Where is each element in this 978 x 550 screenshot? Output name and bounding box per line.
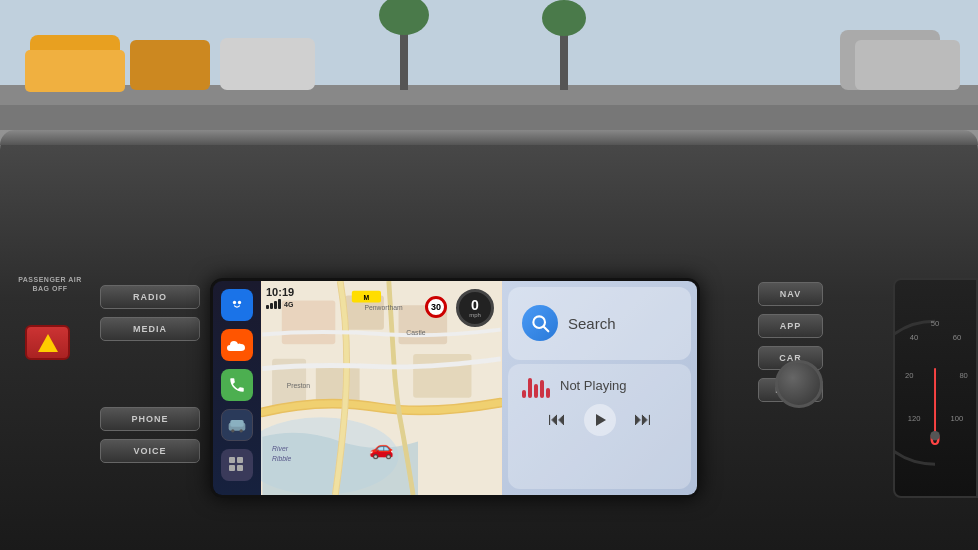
- signal-bar-2: [270, 303, 273, 309]
- svg-point-16: [233, 301, 236, 304]
- svg-text:Castle: Castle: [406, 329, 425, 336]
- svg-line-42: [544, 327, 549, 332]
- svg-text:M: M: [364, 294, 370, 301]
- signal-bars: [266, 299, 281, 309]
- svg-rect-3: [25, 50, 125, 92]
- svg-text:80: 80: [959, 371, 967, 380]
- speed-unit: mph: [469, 312, 481, 318]
- svg-rect-32: [316, 364, 360, 403]
- clock: 10:19: [266, 286, 294, 298]
- media-button[interactable]: MEDIA: [100, 317, 200, 341]
- svg-rect-24: [229, 465, 235, 471]
- nav-button[interactable]: NAV: [758, 282, 823, 306]
- svg-text:60: 60: [953, 333, 961, 342]
- phone-button[interactable]: PHONE: [100, 407, 200, 431]
- search-widget[interactable]: Search: [508, 287, 691, 360]
- dash-trim: [0, 130, 978, 145]
- music-bars-icon: [522, 374, 550, 398]
- airbag-label: PASSENGER AIR BAG OFF: [15, 275, 85, 293]
- svg-rect-22: [229, 457, 235, 463]
- music-bar-5: [546, 388, 550, 398]
- svg-rect-23: [237, 457, 243, 463]
- network-type: 4G: [284, 301, 293, 308]
- voice-button[interactable]: VOICE: [100, 439, 200, 463]
- svg-rect-33: [413, 354, 471, 398]
- signal-bar-4: [278, 299, 281, 309]
- svg-rect-5: [220, 38, 315, 90]
- svg-text:40: 40: [910, 333, 918, 342]
- svg-text:50: 50: [931, 319, 939, 328]
- music-widget: Not Playing ⏮ ⏭: [508, 364, 691, 489]
- music-status: Not Playing: [560, 378, 626, 393]
- svg-point-20: [231, 429, 234, 432]
- svg-rect-12: [0, 105, 978, 130]
- svg-text:Ribble: Ribble: [272, 455, 291, 462]
- music-icon-area: Not Playing: [522, 374, 677, 398]
- speed-indicator: 0 mph: [456, 289, 494, 327]
- volume-knob-right[interactable]: [775, 360, 823, 408]
- svg-point-11: [542, 0, 586, 36]
- speed-limit-sign: 30: [425, 296, 447, 318]
- signal-indicator: 4G: [266, 299, 294, 309]
- hazard-button[interactable]: [25, 325, 70, 360]
- svg-point-53: [930, 431, 940, 441]
- radio-button[interactable]: RADIO: [100, 285, 200, 309]
- carplay-icon[interactable]: [221, 409, 253, 441]
- hazard-icon: [38, 334, 58, 352]
- music-bar-4: [540, 380, 544, 398]
- svg-text:100: 100: [951, 414, 964, 423]
- search-icon-circle: [522, 305, 558, 341]
- carplay-right-panel: Search Not Playing: [502, 281, 697, 495]
- left-control-panel: RADIO MEDIA PHONE VOICE: [100, 285, 200, 463]
- fast-forward-button[interactable]: ⏭: [634, 409, 652, 430]
- music-bar-2: [528, 378, 532, 398]
- search-label: Search: [568, 315, 616, 332]
- rewind-button[interactable]: ⏮: [548, 409, 566, 430]
- svg-point-21: [240, 429, 243, 432]
- svg-text:20: 20: [905, 371, 913, 380]
- svg-rect-19: [230, 420, 243, 427]
- svg-text:Penwortham: Penwortham: [364, 304, 402, 311]
- svg-point-17: [238, 301, 241, 304]
- svg-text:River: River: [272, 445, 289, 452]
- status-bar: 10:19 4G: [266, 286, 294, 309]
- app-sidebar: [213, 281, 261, 495]
- car-position-marker: 🚗: [369, 436, 394, 460]
- music-bar-3: [534, 384, 538, 398]
- car-interior: PASSENGER AIR BAG OFF RADIO MEDIA PHONE …: [0, 0, 978, 550]
- svg-rect-4: [130, 40, 210, 90]
- waze-app-icon[interactable]: [221, 289, 253, 321]
- screen-content: Preston Penwortham Castle River Ribble M…: [213, 281, 697, 495]
- svg-rect-7: [855, 40, 960, 90]
- svg-marker-43: [596, 414, 606, 426]
- signal-bar-1: [266, 305, 269, 309]
- car-exterior-view: [0, 0, 978, 130]
- music-controls: ⏮ ⏭: [522, 404, 677, 436]
- svg-text:Preston: Preston: [287, 382, 311, 389]
- phone-app-icon[interactable]: [221, 369, 253, 401]
- current-speed: 0: [471, 298, 479, 312]
- app-button[interactable]: APP: [758, 314, 823, 338]
- music-bar-1: [522, 390, 526, 398]
- svg-rect-25: [237, 465, 243, 471]
- apps-grid-icon[interactable]: [221, 449, 253, 481]
- infotainment-screen: Preston Penwortham Castle River Ribble M…: [210, 278, 700, 498]
- svg-text:120: 120: [908, 414, 921, 423]
- play-pause-button[interactable]: [584, 404, 616, 436]
- speedometer-gauge: 0 20 40 50 60 80 100 120: [893, 278, 978, 498]
- signal-bar-3: [274, 301, 277, 309]
- map-display[interactable]: Preston Penwortham Castle River Ribble M…: [261, 281, 502, 495]
- dashboard: PASSENGER AIR BAG OFF RADIO MEDIA PHONE …: [0, 130, 978, 550]
- soundcloud-app-icon[interactable]: [221, 329, 253, 361]
